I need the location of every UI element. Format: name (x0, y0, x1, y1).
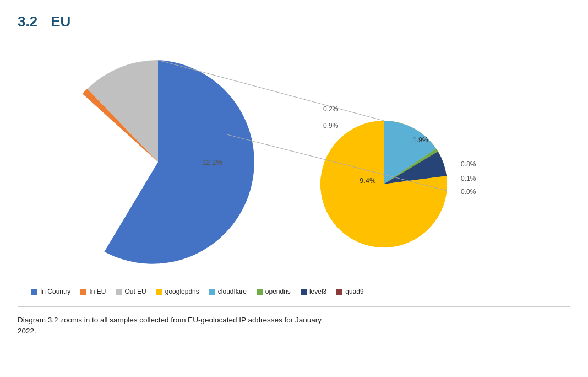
legend-swatch-quad9 (336, 289, 342, 295)
caption-line2: 2022. (18, 327, 36, 335)
label-122: 12.2% (202, 158, 222, 166)
chart-area: 86.7% 12.2% (31, 46, 557, 283)
page-title: 3.2 EU (18, 13, 570, 30)
legend-label-in-country: In Country (40, 288, 70, 295)
legend-label-out-eu: Out EU (124, 288, 146, 295)
legend-label-opendns: opendns (265, 288, 291, 295)
legend-out-eu: Out EU (116, 288, 146, 295)
legend-label-in-eu: In EU (89, 288, 106, 295)
legend-quad9: quad9 (336, 288, 363, 295)
legend-label-cloudflare: cloudflare (218, 288, 247, 295)
chart-svg: 86.7% 12.2% (31, 46, 560, 278)
label-867: 86.7% (128, 165, 151, 175)
label-94: 9.4% (360, 176, 376, 185)
legend-swatch-level3 (301, 289, 307, 295)
legend-in-country: In Country (31, 288, 70, 295)
legend-swatch-cloudflare (209, 289, 215, 295)
section-title: EU (51, 13, 70, 30)
legend-swatch-in-country (31, 289, 37, 295)
label-09-connector: 0.9% (323, 122, 339, 130)
label-08: 0.8% (461, 160, 476, 168)
label-00: 0.0% (461, 188, 476, 196)
label-01: 0.1% (461, 175, 476, 182)
section-number: 3.2 (18, 13, 37, 30)
legend-swatch-googlepdns (156, 289, 162, 295)
chart-container: 86.7% 12.2% (18, 37, 570, 307)
diagram-caption: Diagram 3.2 zooms in to all samples coll… (18, 315, 570, 337)
legend-swatch-in-eu (80, 289, 86, 295)
legend-label-quad9: quad9 (345, 288, 363, 295)
legend-opendns: opendns (257, 288, 291, 295)
slice-out-eu (88, 60, 158, 162)
caption-line1: Diagram 3.2 zooms in to all samples coll… (18, 316, 322, 324)
exploded-pie: 9.4% 1.9% 0.8% 0.1% 0.0% (320, 121, 476, 247)
legend-label-googlepdns: googlepdns (165, 288, 199, 295)
legend-in-eu: In EU (80, 288, 106, 295)
legend-level3: level3 (301, 288, 326, 295)
label-19: 1.9% (413, 136, 428, 144)
main-pie: 86.7% 12.2% (83, 60, 254, 264)
label-02-connector: 0.2% (323, 105, 339, 113)
chart-legend: In Country In EU Out EU googlepdns cloud… (31, 288, 557, 295)
legend-label-level3: level3 (309, 288, 326, 295)
legend-googlepdns: googlepdns (156, 288, 199, 295)
legend-swatch-out-eu (116, 289, 122, 295)
legend-cloudflare: cloudflare (209, 288, 247, 295)
legend-swatch-opendns (257, 289, 263, 295)
